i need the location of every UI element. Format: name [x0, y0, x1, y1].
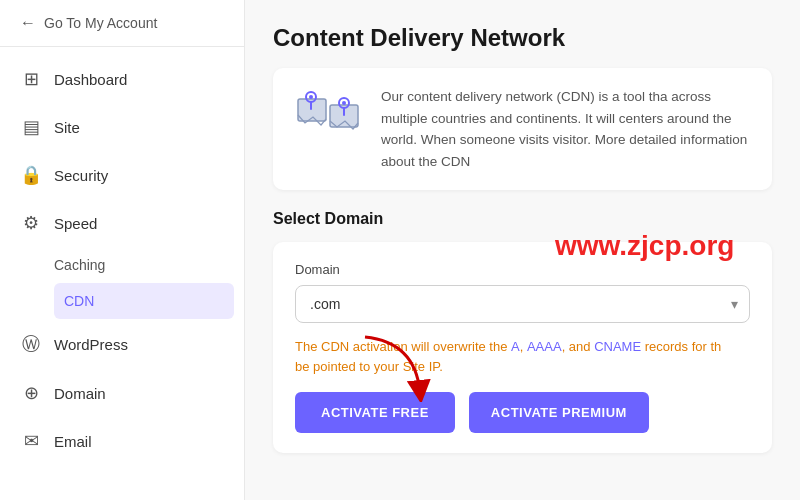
svg-point-3	[309, 95, 313, 99]
email-icon: ✉	[20, 430, 42, 452]
arrow-annotation	[355, 332, 435, 402]
sidebar-item-label-speed: Speed	[54, 215, 97, 232]
cdn-info-card: Our content delivery network (CDN) is a …	[273, 68, 772, 190]
svg-point-5	[342, 101, 346, 105]
domain-label: Domain	[295, 262, 750, 277]
notice-a: A	[511, 339, 520, 354]
domain-card: Domain .com .net .org ▾ The CDN activati…	[273, 242, 772, 453]
dashboard-icon: ⊞	[20, 68, 42, 90]
activate-premium-button[interactable]: ACTIVATE PREMIUM	[469, 392, 649, 433]
main-content: www.zjcp.org Content Delivery Network Ou…	[245, 0, 800, 500]
domain-icon: ⊕	[20, 382, 42, 404]
security-icon: 🔒	[20, 164, 42, 186]
sidebar-item-email[interactable]: ✉ Email	[0, 417, 244, 465]
caching-label: Caching	[54, 257, 105, 273]
speed-icon: ⚙	[20, 212, 42, 234]
sidebar-item-label-domain: Domain	[54, 385, 106, 402]
speed-sub-menu: Caching CDN	[0, 247, 244, 319]
wordpress-icon: Ⓦ	[20, 332, 42, 356]
sidebar-item-label-security: Security	[54, 167, 108, 184]
cdn-label: CDN	[64, 293, 94, 309]
sidebar-item-security[interactable]: 🔒 Security	[0, 151, 244, 199]
notice-cname: CNAME	[594, 339, 641, 354]
sidebar-item-label-email: Email	[54, 433, 92, 450]
domain-select[interactable]: .com .net .org	[295, 285, 750, 323]
cdn-info-text: Our content delivery network (CDN) is a …	[381, 86, 752, 172]
back-button[interactable]: ← Go To My Account	[0, 0, 244, 47]
sidebar-item-site[interactable]: ▤ Site	[0, 103, 244, 151]
sidebar-item-label-dashboard: Dashboard	[54, 71, 127, 88]
page-title: Content Delivery Network	[273, 24, 772, 52]
section-title: Select Domain	[273, 210, 772, 228]
domain-select-wrapper: .com .net .org ▾	[295, 285, 750, 323]
cdn-map-icon	[293, 86, 363, 146]
site-icon: ▤	[20, 116, 42, 138]
sidebar-item-label-wordpress: WordPress	[54, 336, 128, 353]
back-label: Go To My Account	[44, 15, 157, 31]
sidebar-item-dashboard[interactable]: ⊞ Dashboard	[0, 55, 244, 103]
sidebar-item-caching[interactable]: Caching	[54, 247, 244, 283]
sidebar: ← Go To My Account ⊞ Dashboard ▤ Site 🔒 …	[0, 0, 245, 500]
sidebar-item-label-site: Site	[54, 119, 80, 136]
sidebar-item-wordpress[interactable]: Ⓦ WordPress	[0, 319, 244, 369]
sidebar-item-speed[interactable]: ⚙ Speed	[0, 199, 244, 247]
sidebar-item-cdn[interactable]: CDN	[54, 283, 234, 319]
notice-aaaa: AAAA	[527, 339, 562, 354]
back-arrow-icon: ←	[20, 14, 36, 32]
sidebar-nav: ⊞ Dashboard ▤ Site 🔒 Security ⚙ Speed Ca…	[0, 47, 244, 473]
sidebar-item-domain[interactable]: ⊕ Domain	[0, 369, 244, 417]
buttons-row: ACTIVATE FREE ACTIVATE PREMIUM	[295, 392, 750, 433]
